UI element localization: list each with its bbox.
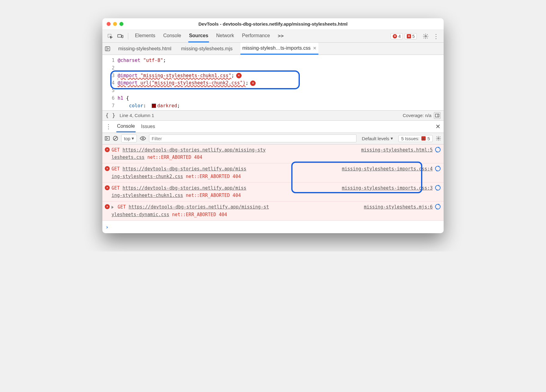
error-icon: ✕ xyxy=(393,34,397,38)
chevron-down-icon: ▾ xyxy=(132,136,134,141)
issues-button[interactable]: 5 Issues: ✕ 5 xyxy=(399,135,433,142)
device-toggle-icon[interactable] xyxy=(116,32,125,41)
log-source-link[interactable]: missing-stylesheets-imports.css:3 xyxy=(342,184,433,192)
file-tab-html[interactable]: missing-stylesheets.html xyxy=(116,43,173,54)
log-url-link[interactable]: https://devtools-dbg-stories.netlify.app… xyxy=(122,147,266,153)
errors-count: 4 xyxy=(398,34,401,39)
log-url-link[interactable]: ing-stylesheets-chunk2.css xyxy=(112,174,183,179)
error-badges: ✕ 4 ✕ 5 xyxy=(391,33,417,39)
inspect-icon[interactable] xyxy=(105,32,115,41)
file-tab-css[interactable]: missing-stylesh…ts-imports.css ✕ xyxy=(240,43,318,55)
expand-icon[interactable] xyxy=(112,206,114,209)
log-url-link[interactable]: https://devtools-dbg-stories.netlify.app… xyxy=(122,166,246,172)
refresh-icon[interactable] xyxy=(435,166,441,171)
clear-console-icon[interactable] xyxy=(113,136,118,141)
errors-badge[interactable]: ✕ 4 xyxy=(391,33,403,39)
tab-sources[interactable]: Sources xyxy=(188,30,209,42)
token-punct: ; xyxy=(246,79,248,87)
show-navigator-icon[interactable] xyxy=(105,46,110,52)
token-punct: ; xyxy=(177,102,180,110)
context-selector[interactable]: top ▾ xyxy=(121,134,137,142)
token-string: "missing-stylesheets-chukn1.css" xyxy=(137,72,231,80)
color-swatch-icon[interactable] xyxy=(152,104,156,108)
log-url-link[interactable]: ylesheets-dynamic.css xyxy=(112,212,169,217)
log-source-link[interactable]: missing-stylesheets.mjs:6 xyxy=(364,203,433,211)
drawer-header: ⋮ Console Issues ✕ xyxy=(102,121,444,133)
settings-icon[interactable] xyxy=(421,32,430,41)
error-icon: ✕ xyxy=(105,166,110,171)
log-url-link[interactable]: https://devtools-dbg-stories.netlify.app… xyxy=(129,204,269,210)
token-property: color xyxy=(118,102,143,110)
issues-count: 5 xyxy=(412,34,415,39)
console-toolbar: top ▾ Default levels ▾ 5 Issues: ✕ 5 xyxy=(102,133,444,144)
token-string: "utf-8" xyxy=(140,57,163,64)
svg-rect-6 xyxy=(435,114,439,117)
coverage-label[interactable]: Coverage: n/a xyxy=(403,113,431,118)
token-selector: h1 xyxy=(118,94,123,102)
eye-icon[interactable] xyxy=(140,136,146,141)
console-error-message[interactable]: ✕ GET https://devtools-dbg-stories.netli… xyxy=(102,201,444,221)
code-editor[interactable]: 1 2 3 4 5 6 7 @charset "utf-8"; @import … xyxy=(102,55,444,110)
close-icon[interactable]: ✕ xyxy=(313,46,317,51)
kebab-menu-icon[interactable]: ⋮ xyxy=(105,123,112,130)
more-tabs-icon[interactable]: >> xyxy=(277,30,284,42)
console-prompt[interactable]: › xyxy=(102,221,444,233)
token-punct: : xyxy=(143,102,152,110)
tab-console[interactable]: Console xyxy=(163,30,182,42)
issues-badge[interactable]: ✕ 5 xyxy=(405,33,417,39)
refresh-icon[interactable] xyxy=(435,147,441,152)
svg-rect-4 xyxy=(105,47,110,51)
refresh-icon[interactable] xyxy=(435,204,441,209)
tab-network[interactable]: Network xyxy=(216,30,235,42)
panel-tabs: Elements Console Sources Network Perform… xyxy=(134,30,284,42)
settings-icon[interactable] xyxy=(436,136,441,141)
file-tab-label: missing-stylesheets.mjs xyxy=(181,46,232,52)
token-punct: ; xyxy=(231,72,234,80)
close-icon[interactable]: ✕ xyxy=(435,123,441,130)
log-source-link[interactable]: missing-stylesheets.html:5 xyxy=(361,146,433,154)
svg-point-13 xyxy=(438,138,439,139)
token-at-rule: @charset xyxy=(118,57,140,64)
issues-count: 5 xyxy=(427,136,430,141)
kebab-menu-icon[interactable]: ⋮ xyxy=(431,32,441,41)
error-icon: ✕ xyxy=(105,204,110,209)
log-status: net::ERR_ABORTED 404 xyxy=(183,174,241,179)
file-tab-mjs[interactable]: missing-stylesheets.mjs xyxy=(179,43,234,54)
sidebar-toggle-icon[interactable] xyxy=(434,112,441,119)
file-tab-label: missing-stylesheets.html xyxy=(118,46,171,52)
log-method: GET xyxy=(112,166,120,172)
svg-rect-2 xyxy=(122,35,123,37)
inline-error-icon[interactable]: ✕ xyxy=(250,80,256,86)
code-content[interactable]: @charset "utf-8"; @import "missing-style… xyxy=(118,57,444,110)
drawer-tab-console[interactable]: Console xyxy=(116,121,136,132)
log-url-link[interactable]: https://devtools-dbg-stories.netlify.app… xyxy=(122,185,246,191)
tab-performance[interactable]: Performance xyxy=(241,30,271,42)
format-icon[interactable]: { } xyxy=(105,112,115,119)
drawer-tab-issues[interactable]: Issues xyxy=(140,121,156,132)
sidebar-toggle-icon[interactable] xyxy=(105,136,110,141)
error-icon: ✕ xyxy=(105,185,110,190)
console-output: ✕ GET https://devtools-dbg-stories.netli… xyxy=(102,144,444,233)
log-source-link[interactable]: missing-stylesheets-imports.css:4 xyxy=(342,165,433,173)
refresh-icon[interactable] xyxy=(435,185,441,191)
log-status: net::ERR_ABORTED 404 xyxy=(183,193,241,198)
filter-input[interactable] xyxy=(149,134,356,142)
log-url-link[interactable]: ing-stylesheets-chukn1.css xyxy=(112,193,183,198)
log-status: net::ERR_ABORTED 404 xyxy=(144,155,202,160)
log-method: GET xyxy=(112,185,120,191)
console-error-message[interactable]: ✕ GET https://devtools-dbg-stories.netli… xyxy=(102,183,444,202)
main-toolbar: Elements Console Sources Network Perform… xyxy=(102,30,444,43)
chevron-right-icon: › xyxy=(105,223,109,232)
issue-icon: ✕ xyxy=(421,136,426,141)
issue-icon: ✕ xyxy=(407,34,411,38)
tab-elements[interactable]: Elements xyxy=(134,30,156,42)
log-levels-selector[interactable]: Default levels ▾ xyxy=(360,135,395,142)
console-error-message[interactable]: ✕ GET https://devtools-dbg-stories.netli… xyxy=(102,163,444,183)
inline-error-icon[interactable]: ✕ xyxy=(236,73,242,78)
line-number: 2 xyxy=(102,64,115,72)
issues-label: 5 Issues: xyxy=(401,136,420,141)
log-url-link[interactable]: lesheets.css xyxy=(112,155,144,160)
line-number: 3 xyxy=(102,72,115,80)
divider xyxy=(128,33,128,40)
console-error-message[interactable]: ✕ GET https://devtools-dbg-stories.netli… xyxy=(102,144,444,164)
